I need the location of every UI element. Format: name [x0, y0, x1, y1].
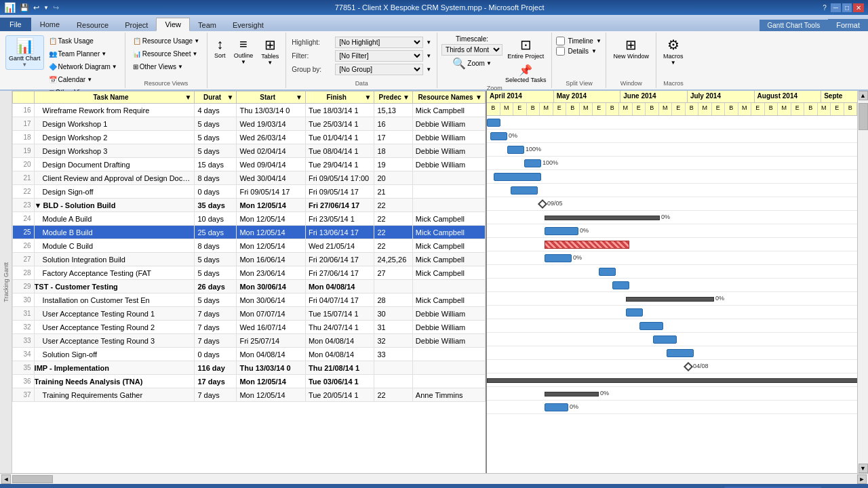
save-icon[interactable]: 💾 — [20, 3, 29, 12]
tab-view[interactable]: View — [156, 18, 190, 31]
table-row[interactable]: 30 Installation on Customer Test En 5 da… — [13, 293, 486, 307]
table-row[interactable]: 29 TST - Customer Testing 26 days Mon 30… — [13, 280, 486, 293]
tab-eversight[interactable]: Eversight — [224, 19, 272, 31]
row-task-name[interactable]: User Acceptance Testing Round 2 — [34, 321, 195, 334]
col-header-finish[interactable]: Finish ▼ — [305, 92, 374, 104]
table-row[interactable]: 34 Solution Sign-off 0 days Mon 04/08/14… — [13, 348, 486, 361]
details-checkbox[interactable] — [556, 47, 565, 56]
sort-btn[interactable]: ↕ Sort — [212, 35, 229, 60]
row-task-name[interactable]: Installation on Customer Test En — [34, 293, 195, 307]
row-task-name[interactable]: Module B Build — [34, 226, 195, 239]
table-row[interactable]: 20 Design Document Drafting 15 days Wed … — [13, 158, 486, 171]
row-task-name[interactable]: Training Needs Analysis (TNA) — [34, 375, 195, 388]
row-task-name[interactable]: Design Workshop 2 — [34, 131, 195, 144]
tables-btn[interactable]: ⊞ Tables ▼ — [258, 35, 281, 67]
maximize-btn[interactable]: □ — [842, 3, 852, 12]
timescale-select[interactable]: Thirds of Mont — [441, 44, 502, 56]
row-task-name[interactable]: IMP - Implementation — [34, 361, 195, 375]
row-task-name[interactable]: Training Requirements Gather — [34, 388, 195, 402]
row-task-name[interactable]: TST - Customer Testing — [34, 280, 195, 293]
row-task-name[interactable]: User Acceptance Testing Round 3 — [34, 334, 195, 348]
table-row[interactable]: 27 Solution Integration Build 5 days Mon… — [13, 253, 486, 266]
tab-home[interactable]: Home — [31, 18, 68, 31]
filter-dropdown[interactable]: ▼ — [426, 53, 431, 59]
minimize-btn[interactable]: ─ — [831, 3, 841, 12]
selected-tasks-btn[interactable]: 📌 Selected Tasks — [504, 62, 547, 85]
group-by-dropdown[interactable]: ▼ — [426, 66, 431, 73]
table-row[interactable]: 21 Client Review and Approval of Design … — [13, 171, 486, 185]
row-task-name[interactable]: Client Review and Approval of Design Doc… — [34, 171, 195, 185]
table-row[interactable]: 35 IMP - Implementation 116 day Thu 13/0… — [13, 361, 486, 375]
calendar-btn[interactable]: 📅 Calendar ▼ — [45, 74, 121, 85]
other-views-right-btn[interactable]: ⊞ Other Views ▼ — [130, 61, 203, 73]
undo-icon[interactable]: ↩ — [33, 3, 39, 12]
row-task-name[interactable]: ▼BLD - Solution Build — [34, 199, 195, 212]
resource-sheet-btn[interactable]: 📊 Resource Sheet ▼ — [130, 48, 203, 60]
gantt-chart-dropdown[interactable]: ▼ — [22, 62, 27, 68]
close-btn[interactable]: ✕ — [853, 3, 864, 12]
table-row[interactable]: 17 Design Workshop 1 5 days Wed 19/03/14… — [13, 117, 486, 131]
timeline-checkbox[interactable] — [556, 37, 565, 45]
row-task-name[interactable]: Solution Sign-off — [34, 348, 195, 361]
resource-usage-btn[interactable]: 📋 Resource Usage ▼ — [130, 35, 203, 47]
row-task-name[interactable]: Design Workshop 1 — [34, 117, 195, 131]
table-row[interactable]: 37 Training Requirements Gather 7 days M… — [13, 388, 486, 402]
table-row[interactable]: 26 Module C Build 8 days Mon 12/05/14 We… — [13, 239, 486, 253]
row-task-name[interactable]: Wireframe Rework from Require — [34, 104, 195, 117]
table-row[interactable]: 24 Module A Build 10 days Mon 12/05/14 F… — [13, 212, 486, 226]
vertical-scrollbar[interactable]: ▲ ▼ — [857, 91, 868, 473]
table-row[interactable]: 25 Module B Build 25 days Mon 12/05/14 F… — [13, 226, 486, 239]
table-row[interactable]: 19 Design Workshop 3 5 days Wed 02/04/14… — [13, 144, 486, 158]
undo-dropdown[interactable]: ▼ — [43, 5, 49, 11]
row-start: Thu 13/03/14 0 — [237, 104, 306, 117]
row-id: 35 — [13, 361, 35, 375]
highlight-select[interactable]: [No Highlight] — [335, 37, 423, 48]
table-row[interactable]: 36 Training Needs Analysis (TNA) 17 days… — [13, 375, 486, 388]
highlight-dropdown[interactable]: ▼ — [426, 39, 431, 45]
table-row[interactable]: 23 ▼BLD - Solution Build 35 days Mon 12/… — [13, 199, 486, 212]
new-window-btn[interactable]: ⊞ New Window — [610, 35, 652, 61]
row-dur: 7 days — [195, 307, 237, 321]
col-header-dur[interactable]: Durat ▼ — [195, 92, 237, 104]
tab-team[interactable]: Team — [190, 19, 224, 31]
row-task-name[interactable]: Factory Acceptance Testing (FAT — [34, 266, 195, 280]
row-task-name[interactable]: Module A Build — [34, 212, 195, 226]
table-row[interactable]: 33 User Acceptance Testing Round 3 7 day… — [13, 334, 486, 348]
row-task-name[interactable]: Design Sign-off — [34, 185, 195, 199]
zoom-btn[interactable]: 🔍 Zoom ▼ — [452, 57, 491, 70]
table-row[interactable]: 28 Factory Acceptance Testing (FAT 5 day… — [13, 266, 486, 280]
network-diagram-btn[interactable]: 🔷 Network Diagram ▼ — [45, 61, 121, 73]
row-task-name[interactable]: User Acceptance Testing Round 1 — [34, 307, 195, 321]
row-task-name[interactable]: Solution Integration Build — [34, 253, 195, 266]
row-id: 29 — [13, 280, 35, 293]
horizontal-scrollbar[interactable]: ◄ ► — [0, 473, 868, 484]
details-label: Details — [568, 47, 589, 55]
help-btn[interactable]: ? — [820, 3, 829, 12]
table-row[interactable]: 16 Wireframe Rework from Require 4 days … — [13, 104, 486, 117]
tab-project[interactable]: Project — [117, 19, 156, 31]
row-task-name[interactable]: Design Workshop 3 — [34, 144, 195, 158]
tab-file[interactable]: File — [0, 18, 31, 31]
table-row[interactable]: 18 Design Workshop 2 5 days Wed 26/03/14… — [13, 131, 486, 144]
group-by-select[interactable]: [No Group] — [335, 64, 423, 75]
table-row[interactable]: 31 User Acceptance Testing Round 1 7 day… — [13, 307, 486, 321]
col-header-task[interactable]: Task Name ▼ — [34, 92, 195, 104]
gantt-chart-btn[interactable]: 📊 Gantt Chart ▼ — [5, 35, 44, 70]
tab-resource[interactable]: Resource — [68, 19, 117, 31]
col-header-start[interactable]: Start ▼ — [237, 92, 306, 104]
task-usage-btn[interactable]: 📋 Task Usage — [45, 35, 121, 47]
row-task-name[interactable]: Design Document Drafting — [34, 158, 195, 171]
redo-icon[interactable]: ↪ — [53, 3, 59, 12]
col-header-res[interactable]: Resource Names ▼ — [412, 92, 485, 104]
macros-btn[interactable]: ⚙ Macros ▼ — [660, 35, 686, 67]
col-header-pred[interactable]: Predec ▼ — [374, 92, 412, 104]
filter-select[interactable]: [No Filter] — [335, 50, 423, 62]
table-row[interactable]: 32 User Acceptance Testing Round 2 7 day… — [13, 321, 486, 334]
team-planner-btn[interactable]: 👥 Team Planner ▼ — [45, 48, 121, 60]
month-sep: Septe — [821, 91, 857, 102]
row-task-name[interactable]: Module C Build — [34, 239, 195, 253]
outline-btn[interactable]: ≡ Outline ▼ — [231, 35, 256, 66]
entire-project-btn[interactable]: ⊡ Entire Project — [506, 35, 545, 61]
table-row[interactable]: 22 Design Sign-off 0 days Fri 09/05/14 1… — [13, 185, 486, 199]
tab-format[interactable]: Format — [828, 19, 868, 31]
